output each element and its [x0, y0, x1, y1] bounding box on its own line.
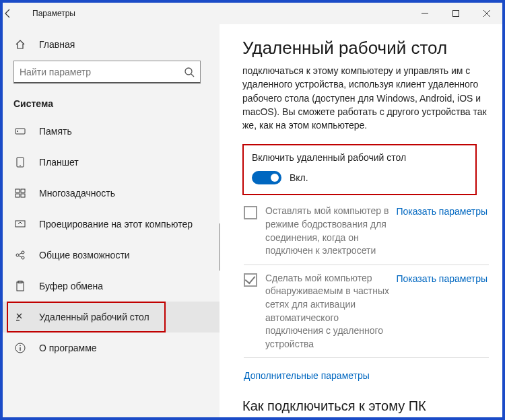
nav-label: Планшет — [39, 157, 79, 168]
home-link[interactable]: Главная — [3, 31, 220, 58]
nav-list: Память Планшет Многозадачность Проециров… — [3, 116, 220, 363]
svg-point-5 — [17, 131, 18, 132]
nav-item-about[interactable]: О программе — [3, 332, 220, 363]
minimize-button[interactable] — [409, 3, 440, 24]
section-title: Система — [3, 86, 220, 116]
nav-item-tablet[interactable]: Планшет — [3, 147, 220, 178]
toggle-label: Включить удаленный рабочий стол — [252, 152, 467, 163]
toggle-knob — [271, 174, 279, 182]
info-icon — [13, 343, 27, 353]
search-input[interactable] — [13, 61, 201, 83]
show-params-link[interactable]: Показать параметры — [396, 205, 487, 257]
nav-label: Многозадачность — [39, 188, 115, 199]
nav-label: Удаленный рабочий стол — [39, 312, 149, 322]
shared-icon — [13, 250, 27, 260]
svg-line-3 — [191, 74, 194, 77]
svg-rect-10 — [15, 194, 20, 197]
nav-item-multitasking[interactable]: Многозадачность — [3, 178, 220, 209]
search-icon — [184, 67, 195, 77]
nav-item-storage[interactable]: Память — [3, 116, 220, 147]
projecting-icon — [13, 219, 27, 230]
nav-label: Общие возможности — [39, 250, 130, 260]
content-area: Удаленный рабочий стол подключаться к эт… — [220, 24, 502, 417]
svg-point-15 — [22, 256, 24, 259]
svg-point-2 — [185, 68, 192, 75]
divider — [244, 357, 489, 358]
clipboard-icon — [13, 281, 27, 291]
option-discoverable: Сделать мой компьютер обнаруживаемым в ч… — [244, 272, 498, 351]
nav-item-clipboard[interactable]: Буфер обмена — [3, 271, 220, 302]
storage-icon — [13, 126, 27, 137]
multitasking-icon — [13, 188, 27, 199]
toggle-section: Включить удаленный рабочий стол Вкл. — [242, 144, 477, 195]
search-field[interactable] — [20, 67, 184, 77]
nav-label: Память — [39, 126, 72, 137]
scroll-indicator — [219, 223, 220, 271]
svg-line-17 — [19, 256, 22, 257]
connect-subheading: Как подключиться к этому ПК — [242, 398, 502, 414]
tablet-icon — [13, 157, 27, 168]
nav-label: Проецирование на этот компьютер — [39, 219, 193, 230]
svg-point-13 — [16, 254, 19, 256]
svg-point-7 — [20, 165, 21, 166]
back-button[interactable] — [3, 8, 32, 19]
svg-point-14 — [22, 251, 24, 254]
window-title: Параметры — [32, 9, 409, 18]
option-keep-awake: Оставлять мой компьютер в режиме бодрств… — [244, 205, 498, 257]
svg-rect-8 — [15, 189, 20, 193]
nav-label: О программе — [39, 343, 97, 353]
svg-line-16 — [19, 253, 22, 254]
checkbox-keep-awake[interactable] — [244, 206, 257, 219]
svg-point-21 — [20, 345, 21, 347]
additional-params-link[interactable]: Дополнительные параметры — [244, 370, 502, 381]
close-button[interactable] — [471, 3, 502, 24]
sidebar: Главная Система Память Планшет — [3, 24, 220, 417]
window-body: Главная Система Память Планшет — [3, 24, 502, 417]
svg-rect-9 — [21, 189, 25, 193]
maximize-button[interactable] — [440, 3, 471, 24]
option-text: Сделать мой компьютер обнаруживаемым в ч… — [265, 272, 396, 351]
page-title: Удаленный рабочий стол — [242, 38, 502, 59]
nav-item-projecting[interactable]: Проецирование на этот компьютер — [3, 209, 220, 240]
toggle-state: Вкл. — [290, 172, 308, 183]
divider — [244, 265, 489, 265]
titlebar: Параметры — [3, 3, 502, 24]
page-description: подключаться к этому компьютеру и управл… — [242, 64, 502, 132]
home-label: Главная — [39, 39, 75, 50]
home-icon — [13, 39, 27, 50]
remote-desktop-icon — [13, 312, 27, 322]
nav-item-remote-desktop[interactable]: Удаленный рабочий стол — [3, 302, 220, 332]
nav-label: Буфер обмена — [39, 281, 103, 291]
checkbox-discoverable[interactable] — [244, 273, 257, 287]
window-controls — [409, 3, 502, 24]
svg-rect-1 — [453, 11, 459, 17]
nav-item-shared[interactable]: Общие возможности — [3, 240, 220, 271]
svg-rect-11 — [21, 194, 25, 197]
settings-window: Параметры Главная С — [3, 3, 502, 417]
show-params-link[interactable]: Показать параметры — [396, 272, 487, 351]
option-text: Оставлять мой компьютер в режиме бодрств… — [265, 205, 396, 257]
remote-desktop-toggle[interactable] — [252, 171, 281, 184]
